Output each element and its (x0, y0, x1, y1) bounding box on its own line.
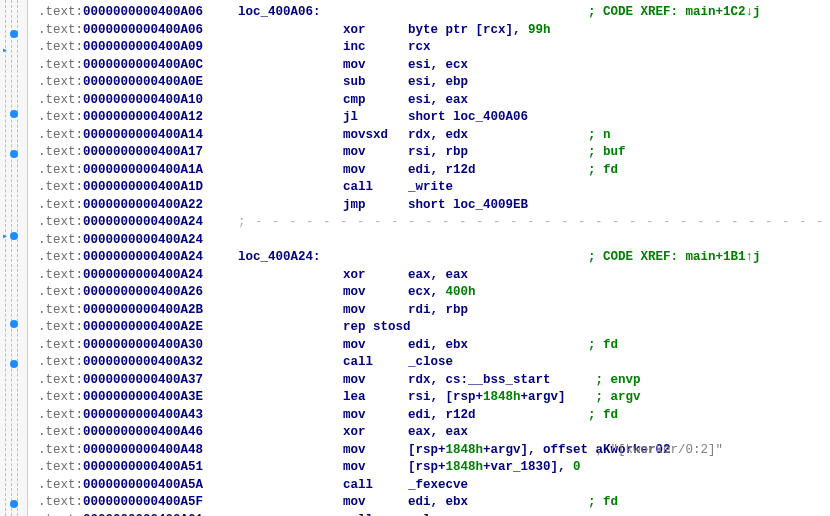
mnemonic: mov (343, 162, 408, 180)
disasm-line[interactable]: .text:0000000000400A14 movsxdrdx, edx; n (38, 127, 830, 145)
disasm-line[interactable]: .text:0000000000400A48 mov[rsp+1848h+arg… (38, 442, 830, 460)
disasm-line[interactable]: .text:0000000000400A2B movrdi, rbp (38, 302, 830, 320)
gutter-dot[interactable] (10, 360, 18, 368)
label (238, 232, 343, 250)
disasm-line[interactable]: .text:0000000000400A51 mov[rsp+1848h+var… (38, 459, 830, 477)
address-prefix: .text:0000000000400A06 (38, 22, 238, 40)
mnemonic: xor (343, 267, 408, 285)
address-prefix: .text:0000000000400A5A (38, 477, 238, 495)
operands: ecx, 400h (408, 284, 588, 302)
disasm-line[interactable]: .text:0000000000400A17 movrsi, rbp; buf (38, 144, 830, 162)
operands: [rsp+1848h+var_1830], 0 (408, 459, 588, 477)
gutter-dot[interactable] (10, 30, 18, 38)
operands: rsi, rbp (408, 144, 588, 162)
disasm-line[interactable]: .text:0000000000400A30 movedi, ebx; fd (38, 337, 830, 355)
disassembly-view[interactable]: .text:0000000000400A06 loc_400A06:; CODE… (28, 0, 830, 516)
gutter-dot[interactable] (10, 500, 18, 508)
gutter-dot[interactable] (10, 110, 18, 118)
operands: _write (408, 179, 588, 197)
operands: esi, ecx (408, 57, 588, 75)
mnemonic: mov (343, 407, 408, 425)
mnemonic: mov (343, 372, 408, 390)
label (238, 74, 343, 92)
mnemonic: lea (343, 389, 408, 407)
address-prefix: .text:0000000000400A1A (38, 162, 238, 180)
gutter-dot[interactable] (10, 232, 18, 240)
gutter-arrow-icon[interactable]: ▸ (2, 232, 8, 242)
label (238, 109, 343, 127)
disasm-line[interactable]: .text:0000000000400A09 incrcx (38, 39, 830, 57)
disasm-line[interactable]: .text:0000000000400A2E rep stosd (38, 319, 830, 337)
label (238, 39, 343, 57)
disasm-line[interactable]: .text:0000000000400A0C movesi, ecx (38, 57, 830, 75)
label (238, 372, 343, 390)
disasm-line[interactable]: .text:0000000000400A0E subesi, ebp (38, 74, 830, 92)
label (238, 459, 343, 477)
mnemonic: mov (343, 302, 408, 320)
operands: edi, r12d (408, 162, 588, 180)
disasm-line[interactable]: .text:0000000000400A3E learsi, [rsp+1848… (38, 389, 830, 407)
gutter-dot[interactable] (10, 320, 18, 328)
disasm-line[interactable]: .text:0000000000400A22 jmpshort loc_4009… (38, 197, 830, 215)
disasm-line[interactable]: .text:0000000000400A24 loc_400A24:; CODE… (38, 249, 830, 267)
label (238, 337, 343, 355)
comment: ; fd (588, 407, 618, 425)
label (238, 127, 343, 145)
address-prefix: .text:0000000000400A14 (38, 127, 238, 145)
gutter-dot[interactable] (10, 150, 18, 158)
disasm-line[interactable]: .text:0000000000400A24 (38, 232, 830, 250)
operands: eax, eax (408, 267, 588, 285)
label: loc_400A06: (238, 4, 343, 22)
operands: rdi, rbp (408, 302, 588, 320)
mnemonic: xor (343, 424, 408, 442)
comment: ; fd (588, 162, 618, 180)
address-prefix: .text:0000000000400A24 (38, 249, 238, 267)
address-prefix: .text:0000000000400A51 (38, 459, 238, 477)
disasm-line[interactable]: .text:0000000000400A32 call_close (38, 354, 830, 372)
gutter-guide (17, 0, 18, 516)
disasm-line[interactable]: .text:0000000000400A5F movedi, ebx; fd (38, 494, 830, 512)
disasm-line[interactable]: .text:0000000000400A1A movedi, r12d; fd (38, 162, 830, 180)
address-prefix: .text:0000000000400A0C (38, 57, 238, 75)
mnemonic: cmp (343, 92, 408, 110)
address-prefix: .text:0000000000400A46 (38, 424, 238, 442)
address-prefix: .text:0000000000400A2E (38, 319, 238, 337)
disasm-line[interactable]: .text:0000000000400A26 movecx, 400h (38, 284, 830, 302)
label (238, 354, 343, 372)
disasm-line[interactable]: .text:0000000000400A5A call_fexecve (38, 477, 830, 495)
label (238, 144, 343, 162)
operands: esi, eax (408, 92, 588, 110)
mnemonic: call (343, 354, 408, 372)
disasm-line[interactable]: .text:0000000000400A37 movrdx, cs:__bss_… (38, 372, 830, 390)
disasm-line[interactable]: .text:0000000000400A1D call_write (38, 179, 830, 197)
gutter: ▸▸ (0, 0, 28, 516)
address-prefix: .text:0000000000400A10 (38, 92, 238, 110)
mnemonic (343, 4, 408, 22)
disasm-line[interactable]: .text:0000000000400A24 ; - - - - - - - -… (38, 214, 830, 232)
disasm-line[interactable]: .text:0000000000400A43 movedi, r12d; fd (38, 407, 830, 425)
operands (408, 232, 588, 250)
disasm-line[interactable]: .text:0000000000400A24 xoreax, eax (38, 267, 830, 285)
disasm-line[interactable]: .text:0000000000400A61 call_close (38, 512, 830, 517)
label (238, 442, 343, 460)
gutter-arrow-icon[interactable]: ▸ (2, 46, 8, 56)
disasm-line[interactable]: .text:0000000000400A06 loc_400A06:; CODE… (38, 4, 830, 22)
address-prefix: .text:0000000000400A61 (38, 512, 238, 517)
address-prefix: .text:0000000000400A5F (38, 494, 238, 512)
mnemonic: jl (343, 109, 408, 127)
label (238, 284, 343, 302)
mnemonic: mov (343, 459, 408, 477)
address-prefix: .text:0000000000400A24 (38, 214, 238, 232)
gutter-guide (11, 0, 12, 516)
label (238, 512, 343, 517)
operands: short loc_400A06 (408, 109, 588, 127)
mnemonic: mov (343, 494, 408, 512)
disasm-line[interactable]: .text:0000000000400A46 xoreax, eax (38, 424, 830, 442)
mnemonic: call (343, 179, 408, 197)
label (238, 267, 343, 285)
disasm-line[interactable]: .text:0000000000400A06 xorbyte ptr [rcx]… (38, 22, 830, 40)
disasm-line[interactable]: .text:0000000000400A12 jlshort loc_400A0… (38, 109, 830, 127)
disasm-line[interactable]: .text:0000000000400A10 cmpesi, eax (38, 92, 830, 110)
operands (408, 319, 588, 337)
address-prefix: .text:0000000000400A06 (38, 4, 238, 22)
